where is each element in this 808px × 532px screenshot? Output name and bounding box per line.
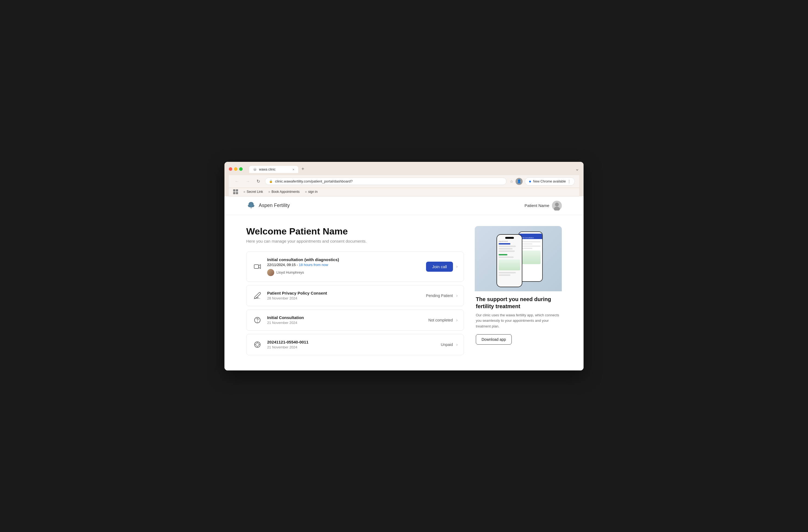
invoice-title: 20241121-05540-0011 xyxy=(267,340,436,344)
main-content: Welcome Patient Name Here you can manage… xyxy=(224,215,584,369)
bookmark-star-icon[interactable]: ☆ xyxy=(510,179,513,184)
welcome-subtitle: Here you can manage your appointments an… xyxy=(246,239,464,243)
initial-consultation-status: Not completed xyxy=(428,318,453,322)
appointment-time-from-now: 18 hours from now xyxy=(299,263,328,267)
privacy-consent-actions: Pending Patient › xyxy=(426,293,458,298)
question-circle-icon xyxy=(253,315,262,325)
download-app-button[interactable]: Download app xyxy=(476,334,512,345)
logo-icon xyxy=(246,201,256,210)
minimize-button[interactable] xyxy=(234,167,238,171)
initial-consultation-chevron-icon: › xyxy=(456,318,458,323)
address-bar: ← → ↻ 🔒 clinic.wawafertility.com/patient… xyxy=(229,175,579,188)
apps-grid-icon[interactable] xyxy=(233,189,238,194)
doctor-info: Lloyd Humphreys xyxy=(267,269,421,276)
appointment-actions: Join call › xyxy=(426,262,458,272)
appointment-time: 22/11/2024, 09:15 - 18 hours from now xyxy=(267,263,421,267)
logo-area: Aspen Fertility xyxy=(246,201,290,210)
bookmarks-bar: ≡ Secret Link ≡ Book Appointments ≡ sign… xyxy=(229,188,579,196)
doctor-name: Lloyd Humphreys xyxy=(276,270,304,274)
new-tab-button[interactable]: + xyxy=(299,165,307,173)
chrome-update-menu-icon: ⋮ xyxy=(568,180,571,183)
window-controls xyxy=(229,167,243,171)
chrome-update-dot: ● xyxy=(529,179,532,184)
url-text: clinic.wawafertility.com/patient_portal/… xyxy=(275,179,502,183)
promo-description: Our clinic uses the wawa fertility app, … xyxy=(476,312,561,329)
doctor-avatar xyxy=(267,269,274,276)
chrome-update-label: New Chrome available xyxy=(533,180,566,183)
signature-icon xyxy=(253,291,262,300)
forward-button[interactable]: → xyxy=(244,179,252,184)
tab-close-button[interactable]: × xyxy=(293,168,294,171)
bookmark-label-secret: Secret Link xyxy=(246,190,263,194)
bookmark-icon-signin: ≡ xyxy=(305,190,307,194)
privacy-consent-status: Pending Patient xyxy=(426,293,453,298)
bookmark-icon-secret: ≡ xyxy=(243,190,245,194)
bookmark-sign-in[interactable]: ≡ sign in xyxy=(303,189,320,195)
bookmark-label-appointments: Book Appointments xyxy=(272,190,299,194)
invoice-status: Unpaid xyxy=(441,343,453,347)
invoice-body: 20241121-05540-0011 21 November 2024 xyxy=(267,340,436,349)
appointment-chevron-icon: › xyxy=(456,264,458,269)
invoice-date: 21 November 2024 xyxy=(267,345,436,349)
profile-button[interactable]: 👤 xyxy=(516,178,522,185)
initial-consultation-body: Initial Consultation 21 November 2024 xyxy=(267,315,423,325)
site-header: Aspen Fertility Patient Name xyxy=(224,196,584,215)
bookmark-icon-appointments: ≡ xyxy=(268,190,270,194)
bookmark-book-appointments[interactable]: ≡ Book Appointments xyxy=(266,189,302,195)
logo-text: Aspen Fertility xyxy=(259,203,290,208)
invoice-chevron-icon: › xyxy=(456,342,458,347)
active-tab[interactable]: W wawa clinic × xyxy=(249,166,298,173)
promo-title: The support you need during fertility tr… xyxy=(476,296,561,310)
close-button[interactable] xyxy=(229,167,232,171)
tab-favicon-icon: W xyxy=(253,167,257,171)
privacy-consent-body: Patient Privacy Policy Consent 28 Novemb… xyxy=(267,291,421,300)
back-button[interactable]: ← xyxy=(233,179,241,184)
privacy-consent-chevron-icon: › xyxy=(456,293,458,298)
appointment-datetime: 22/11/2024, 09:15 xyxy=(267,263,296,267)
tabs-row: W wawa clinic × + ⌄ xyxy=(249,165,579,173)
privacy-consent-card[interactable]: Patient Privacy Policy Consent 28 Novemb… xyxy=(246,285,464,306)
left-panel: Welcome Patient Name Here you can manage… xyxy=(246,226,464,359)
lock-icon: 🔒 xyxy=(269,180,273,183)
initial-consultation-card[interactable]: Initial Consultation 21 November 2024 No… xyxy=(246,310,464,331)
app-promo-image: Initial Consultation xyxy=(475,226,562,291)
user-name: Patient Name xyxy=(525,203,549,208)
user-avatar[interactable] xyxy=(552,201,562,210)
svg-rect-5 xyxy=(254,264,258,269)
phone-front: Appointment xyxy=(496,234,522,287)
page-content: Aspen Fertility Patient Name Welcome Pat… xyxy=(224,196,584,370)
welcome-title: Welcome Patient Name xyxy=(246,226,464,237)
initial-consultation-title: Initial Consultation xyxy=(267,315,423,320)
join-call-button[interactable]: Join call xyxy=(426,262,453,272)
bookmark-secret-link[interactable]: ≡ Secret Link xyxy=(241,189,265,195)
title-bar: W wawa clinic × + ⌄ ← → ↻ 🔒 clinic.wawaf… xyxy=(224,162,584,196)
svg-point-7 xyxy=(257,322,257,322)
initial-consultation-date: 21 November 2024 xyxy=(267,321,423,325)
privacy-consent-title: Patient Privacy Policy Consent xyxy=(267,291,421,295)
svg-text:W: W xyxy=(254,168,256,171)
tab-title: wawa clinic xyxy=(259,167,276,171)
maximize-button[interactable] xyxy=(239,167,243,171)
app-promo: Initial Consultation xyxy=(475,226,562,349)
privacy-consent-date: 28 November 2024 xyxy=(267,296,421,300)
url-bar[interactable]: 🔒 clinic.wawafertility.com/patient_porta… xyxy=(265,178,507,185)
browser-window: W wawa clinic × + ⌄ ← → ↻ 🔒 clinic.wawaf… xyxy=(224,162,584,370)
right-panel: Initial Consultation xyxy=(475,226,562,359)
header-user: Patient Name xyxy=(525,201,562,210)
video-icon xyxy=(253,262,262,272)
billing-icon xyxy=(253,340,262,349)
bookmark-label-signin: sign in xyxy=(308,190,318,194)
tab-dropdown-icon[interactable]: ⌄ xyxy=(575,166,579,172)
appointment-title: Initial consultation (with diagnostics) xyxy=(267,257,421,262)
promo-text-area: The support you need during fertility tr… xyxy=(475,291,562,349)
chrome-update-banner[interactable]: ● New Chrome available ⋮ xyxy=(525,177,575,185)
refresh-button[interactable]: ↻ xyxy=(255,178,262,184)
appointment-card-body: Initial consultation (with diagnostics) … xyxy=(267,257,421,276)
invoice-actions: Unpaid › xyxy=(441,342,458,347)
initial-consultation-actions: Not completed › xyxy=(428,318,458,323)
svg-point-9 xyxy=(256,343,259,346)
svg-point-3 xyxy=(555,203,559,206)
phone-mockup: Initial Consultation xyxy=(491,229,546,289)
appointment-card[interactable]: Initial consultation (with diagnostics) … xyxy=(246,252,464,282)
invoice-card[interactable]: 20241121-05540-0011 21 November 2024 Unp… xyxy=(246,334,464,355)
